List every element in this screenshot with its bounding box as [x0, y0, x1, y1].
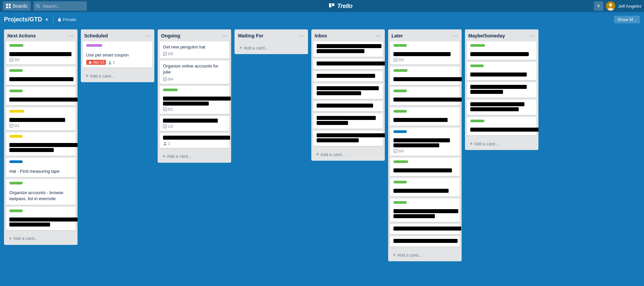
- card-title: [393, 138, 456, 147]
- card[interactable]: 1: [160, 133, 229, 148]
- add-card-button[interactable]: +Add a card...: [83, 72, 152, 80]
- card[interactable]: [390, 236, 460, 247]
- card[interactable]: 1/2: [160, 116, 229, 131]
- card-title: Use pet smart coupon: [86, 52, 149, 58]
- card[interactable]: [467, 82, 536, 98]
- column-menu-button[interactable]: ···: [68, 32, 74, 39]
- card[interactable]: Hat - Find measuring tape: [6, 158, 75, 177]
- card[interactable]: [390, 107, 460, 126]
- card[interactable]: [6, 66, 75, 85]
- column-title: Next Actions: [7, 33, 36, 38]
- board-area: Next Actions ··· 0/3 0/1 Hat - Find meas…: [0, 27, 644, 286]
- checklist-icon: [163, 77, 167, 81]
- card[interactable]: Organize accounts - browse lastpass, lis…: [6, 179, 75, 204]
- card[interactable]: [467, 62, 536, 80]
- card-label: [393, 160, 408, 163]
- card-title: [393, 98, 456, 102]
- card-label: [9, 90, 23, 92]
- card[interactable]: Get new penguins hat0/5: [160, 41, 229, 58]
- card[interactable]: [6, 207, 75, 230]
- nav-right: + Jeff Angelini: [594, 1, 641, 11]
- card-title: Organize accounts - browse lastpass, lis…: [9, 190, 72, 202]
- username-label: Jeff Angelini: [618, 4, 641, 9]
- column-menu-button[interactable]: ···: [529, 32, 535, 39]
- card[interactable]: [390, 66, 460, 85]
- card[interactable]: [313, 71, 383, 82]
- card[interactable]: [313, 131, 383, 146]
- card[interactable]: [390, 87, 460, 105]
- lock-icon: [57, 17, 61, 21]
- card[interactable]: [390, 224, 460, 234]
- add-card-button[interactable]: +Add a card...: [160, 152, 229, 161]
- svg-rect-8: [332, 3, 334, 6]
- add-card-label: Add a card...: [244, 45, 268, 50]
- column-menu-button[interactable]: ···: [375, 32, 381, 39]
- card[interactable]: 0/3: [6, 41, 75, 64]
- card[interactable]: [467, 117, 536, 135]
- card[interactable]: [467, 100, 536, 115]
- column-footer-scheduled: +Add a card...: [81, 69, 154, 82]
- avatar[interactable]: [606, 1, 615, 11]
- card-title: [9, 118, 72, 122]
- card-label: [470, 64, 484, 67]
- card[interactable]: [313, 59, 383, 69]
- card[interactable]: 0/3: [390, 128, 460, 156]
- column-menu-button[interactable]: ···: [298, 32, 305, 39]
- column-footer-next-actions: +Add a card...: [4, 232, 77, 245]
- column-menu-button[interactable]: ···: [145, 32, 151, 39]
- card-title: [9, 52, 72, 56]
- card[interactable]: [390, 158, 460, 176]
- top-nav: Boards Trello + Jeff Angelini: [0, 0, 644, 12]
- sub-header: Projects/GTD ★ Private Show M...: [0, 12, 644, 27]
- card[interactable]: [390, 198, 460, 222]
- add-card-button[interactable]: +Add a card...: [313, 150, 383, 159]
- card[interactable]: 0/3: [390, 41, 460, 64]
- card-label: [86, 44, 102, 47]
- svg-point-22: [164, 144, 166, 145]
- column-menu-button[interactable]: ···: [452, 32, 458, 39]
- card-title: [470, 52, 533, 56]
- column-title: Waiting For: [238, 33, 263, 38]
- add-card-button[interactable]: +Add a card...: [6, 234, 75, 243]
- column-maybe-someday: Maybe/Someday ··· +Add a card...: [465, 29, 538, 150]
- card[interactable]: [313, 84, 383, 99]
- card[interactable]: Organize online accounts for julie0/4: [160, 60, 229, 84]
- card[interactable]: [6, 87, 75, 105]
- add-icon: +: [393, 252, 396, 258]
- search-input[interactable]: [33, 1, 87, 11]
- card[interactable]: 0/1: [160, 86, 229, 114]
- card[interactable]: [313, 113, 383, 129]
- add-card-button[interactable]: +Add a card...: [390, 251, 460, 259]
- card-title: [470, 128, 533, 132]
- add-card-button[interactable]: +Add a card...: [236, 43, 306, 52]
- card[interactable]: [313, 101, 383, 111]
- card-title: [470, 73, 533, 77]
- card-label: [393, 130, 407, 133]
- svg-point-15: [109, 61, 111, 62]
- card[interactable]: [390, 178, 460, 196]
- card-title: Hat - Find measuring tape: [9, 168, 72, 174]
- svg-rect-1: [9, 4, 11, 6]
- svg-point-4: [36, 4, 39, 7]
- add-button[interactable]: +: [594, 1, 603, 11]
- card-title: [393, 227, 456, 231]
- column-footer-ongoing: +Add a card...: [158, 150, 231, 163]
- show-menu-button[interactable]: Show M...: [614, 16, 640, 23]
- add-card-label: Add a card...: [90, 74, 115, 79]
- star-icon[interactable]: ★: [45, 17, 49, 22]
- card[interactable]: 0/1: [6, 107, 75, 130]
- add-icon: +: [86, 73, 89, 79]
- card[interactable]: Use pet smart coupon⏰ Apr 131: [83, 41, 152, 67]
- card[interactable]: [6, 132, 75, 156]
- card-title: [393, 239, 456, 243]
- column-menu-button[interactable]: ···: [221, 32, 228, 39]
- checklist-icon: [393, 58, 397, 62]
- card-label: [9, 182, 23, 184]
- card[interactable]: [313, 41, 383, 57]
- card-label: [470, 120, 484, 122]
- add-card-button[interactable]: +Add a card...: [467, 139, 536, 148]
- card[interactable]: [467, 41, 536, 60]
- card-badges: ⏰ Apr 131: [86, 60, 149, 65]
- boards-button[interactable]: Boards: [3, 1, 31, 11]
- column-header-inbox: Inbox ···: [311, 29, 385, 41]
